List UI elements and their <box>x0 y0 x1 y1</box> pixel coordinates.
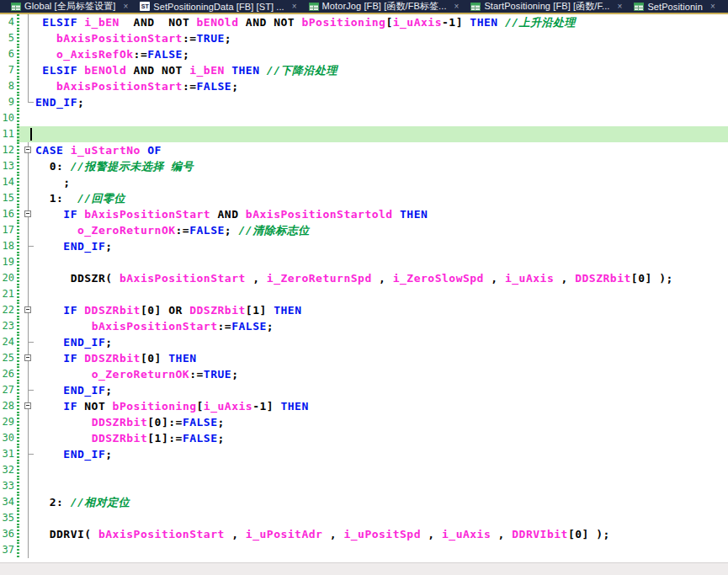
fold-collapse-button[interactable] <box>24 306 31 313</box>
code-text: bAxisPositionStart:=FALSE; <box>35 318 274 334</box>
fold-margin <box>23 286 35 302</box>
code-line[interactable]: 15 1: //回零位 <box>0 190 728 206</box>
line-number: 22 <box>0 302 14 318</box>
fold-collapse-button[interactable] <box>24 210 31 217</box>
change-bar <box>17 46 19 62</box>
fold-margin <box>23 382 35 398</box>
code-editor[interactable]: 4 ELSIF i_bEN AND NOT bENOld AND NOT bPo… <box>0 14 728 563</box>
code-line[interactable]: 23 bAxisPositionStart:=FALSE; <box>0 318 728 334</box>
line-number: 5 <box>0 30 14 46</box>
change-bar <box>17 350 19 366</box>
fold-margin <box>23 190 35 206</box>
close-tab-icon[interactable]: × <box>292 3 297 11</box>
tab-startpositioning[interactable]: StartPositioning [FB] [函数/F... <box>470 0 609 13</box>
fold-margin <box>23 30 35 46</box>
code-line[interactable]: 37 <box>0 542 728 558</box>
change-bar <box>17 494 19 510</box>
tab-label: Global [全局标签设置] <box>24 0 115 13</box>
fold-collapse-button[interactable] <box>24 402 31 409</box>
code-line[interactable]: 10 <box>0 110 728 126</box>
tab-setpositionin[interactable]: SetPositionin <box>634 2 703 12</box>
code-line[interactable]: 35 <box>0 510 728 526</box>
fold-margin <box>23 94 35 110</box>
tab-setpositioningdata[interactable]: STSetPositioningData [FB] [ST] ... <box>140 2 284 12</box>
change-bar <box>17 14 19 30</box>
horizontal-scrollbar[interactable] <box>0 562 728 575</box>
code-text: o_ZeroReturnOK:=FALSE; //清除标志位 <box>35 222 310 238</box>
line-number: 30 <box>0 430 14 446</box>
code-line[interactable]: 18 END_IF; <box>0 238 728 254</box>
code-line[interactable]: 6 o_AxisRefOk:=FALSE; <box>0 46 728 62</box>
code-line[interactable]: 7 ELSIF bENOld AND NOT i_bEN THEN //下降沿处… <box>0 62 728 78</box>
fold-margin <box>23 542 35 558</box>
code-text: CASE i_uStartNo OF <box>35 142 162 158</box>
ide-window: Global [全局标签设置]×STSetPositioningData [FB… <box>0 0 728 575</box>
code-line[interactable]: 27 END_IF; <box>0 382 728 398</box>
change-bar <box>17 430 19 446</box>
line-number: 8 <box>0 78 14 94</box>
code-line[interactable]: 8 bAxisPositionStart:=FALSE; <box>0 78 728 94</box>
change-bar <box>17 366 19 382</box>
fold-margin <box>23 238 35 254</box>
change-bar <box>17 30 19 46</box>
tab-bar: Global [全局标签设置]×STSetPositioningData [FB… <box>0 0 728 13</box>
table-icon <box>11 3 21 11</box>
code-line[interactable]: 30 DDSZRbit[1]:=FALSE; <box>0 430 728 446</box>
code-text: o_AxisRefOk:=FALSE; <box>35 46 189 62</box>
fold-margin <box>23 414 35 430</box>
code-line[interactable]: 22 IF DDSZRbit[0] OR DDSZRbit[1] THEN <box>0 302 728 318</box>
code-line[interactable]: 33 <box>0 478 728 494</box>
change-bar <box>17 398 19 414</box>
line-number: 29 <box>0 414 14 430</box>
change-bar <box>17 510 19 526</box>
code-line[interactable]: 25 IF DDSZRbit[0] THEN <box>0 350 728 366</box>
line-number: 34 <box>0 494 14 510</box>
fold-collapse-button[interactable] <box>24 146 31 153</box>
close-tab-icon[interactable]: × <box>123 3 128 11</box>
code-line[interactable]: 16 IF bAxisPositionStart AND bAxisPositi… <box>0 206 728 222</box>
fold-margin <box>23 510 35 526</box>
code-line[interactable]: 4 ELSIF i_bEN AND NOT bENOld AND NOT bPo… <box>0 14 728 30</box>
code-text: DDSZRbit[1]:=FALSE; <box>35 430 225 446</box>
code-line[interactable]: 34 2: //相对定位 <box>0 494 728 510</box>
st-icon: ST <box>140 2 150 11</box>
change-bar <box>17 78 19 94</box>
code-line[interactable]: 26 o_ZeroReturnOK:=TRUE; <box>0 366 728 382</box>
tab-global[interactable]: Global [全局标签设置] <box>11 0 115 13</box>
line-number: 21 <box>0 286 14 302</box>
code-line[interactable]: 19 <box>0 254 728 270</box>
code-text: END_IF; <box>35 446 113 462</box>
change-bar <box>17 206 19 222</box>
code-line[interactable]: 11 <box>0 126 728 142</box>
code-line[interactable]: 29 DDSZRbit[0]:=FALSE; <box>0 414 728 430</box>
code-line[interactable]: 9END_IF; <box>0 94 728 110</box>
code-line[interactable]: 21 <box>0 286 728 302</box>
code-line[interactable]: 24 END_IF; <box>0 334 728 350</box>
fold-margin <box>23 430 35 446</box>
fold-margin <box>23 254 35 270</box>
tab-label: SetPositionin <box>647 2 703 12</box>
fold-collapse-button[interactable] <box>24 354 31 361</box>
code-line[interactable]: 17 o_ZeroReturnOK:=FALSE; //清除标志位 <box>0 222 728 238</box>
line-number: 11 <box>0 126 14 142</box>
line-number: 17 <box>0 222 14 238</box>
code-line[interactable]: 36 DDRVI( bAxisPositionStart , i_uPositA… <box>0 526 728 542</box>
code-line[interactable]: 32 <box>0 462 728 478</box>
code-line[interactable]: 14 ; <box>0 174 728 190</box>
code-line[interactable]: 28 IF NOT bPositioning[i_uAxis-1] THEN <box>0 398 728 414</box>
close-tab-icon[interactable]: × <box>454 3 460 11</box>
code-line[interactable]: 5 bAxisPositionStart:=TRUE; <box>0 30 728 46</box>
code-line[interactable]: 13 0: //报警提示未选择 编号 <box>0 158 728 174</box>
fold-margin <box>23 302 35 318</box>
fold-margin <box>23 126 35 142</box>
fold-margin <box>23 206 35 222</box>
code-line[interactable]: 20 DDSZR( bAxisPositionStart , i_ZeroRet… <box>0 270 728 286</box>
code-line[interactable]: 31 END_IF; <box>0 446 728 462</box>
close-tab-icon[interactable]: × <box>710 3 715 11</box>
code-line[interactable]: 12CASE i_uStartNo OF <box>0 142 728 158</box>
code-text: IF bAxisPositionStart AND bAxisPositionS… <box>35 206 428 222</box>
close-tab-icon[interactable]: × <box>618 3 623 11</box>
tab-motorjog[interactable]: MotorJog [FB] [函数/FB标签... <box>309 0 447 13</box>
line-number: 28 <box>0 398 14 414</box>
line-number: 27 <box>0 382 14 398</box>
